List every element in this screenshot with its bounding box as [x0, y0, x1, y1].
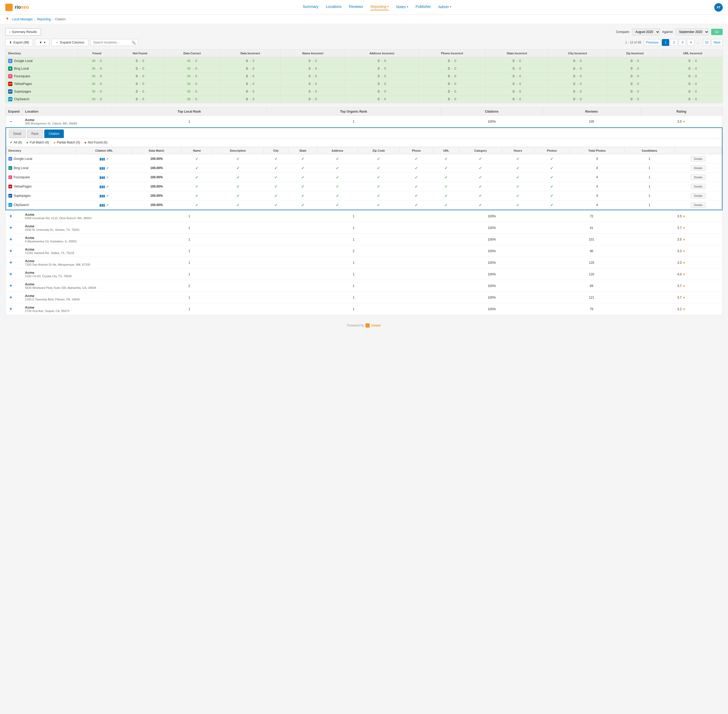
cit-addr-cell: ✔	[317, 154, 358, 164]
export-button[interactable]: ⬇ Export (98)	[5, 39, 33, 46]
expand-button[interactable]: +	[8, 237, 13, 242]
page-10-button[interactable]: 10	[703, 39, 710, 46]
avatar[interactable]: AT	[714, 3, 723, 12]
zip-inc-cell: 0→0	[607, 65, 663, 72]
nav-publisher[interactable]: Publisher	[416, 4, 431, 10]
check-url-icon: ✔	[445, 166, 448, 170]
external-link-icon[interactable]: ↗	[106, 194, 109, 198]
nav-reporting[interactable]: Reporting ▾	[370, 4, 389, 10]
check-url-icon: ✔	[445, 175, 448, 179]
nav-locations[interactable]: Locations	[326, 4, 342, 10]
cit-dir-cell: G Google Local	[6, 154, 77, 164]
details-button[interactable]: Details	[691, 165, 706, 171]
tab-citation[interactable]: Citation	[44, 129, 64, 138]
bar-chart-icon[interactable]: ▮▮▮	[99, 203, 105, 207]
external-link-icon[interactable]: ↗	[106, 176, 109, 179]
details-button[interactable]: Details	[691, 184, 706, 189]
foursquare-icon: F	[9, 176, 12, 179]
name-inc-cell: 0→0	[280, 88, 345, 96]
th-not-found: Not Found	[116, 50, 164, 57]
expand-button[interactable]: +	[8, 213, 13, 219]
dir-name-cell: SP Superpages	[6, 88, 78, 96]
expand-columns-button[interactable]: ↔ Expand Columns	[51, 39, 88, 46]
nav-summary[interactable]: Summary	[303, 4, 319, 10]
zip-inc-cell: 0→0	[607, 80, 663, 88]
compare-from-select[interactable]: August 2020	[632, 28, 660, 35]
cit-photos-cell: ✔	[534, 154, 570, 164]
expand-button[interactable]: +	[8, 306, 13, 312]
page-1-button[interactable]: 1	[662, 39, 669, 46]
summary-row: SP Superpages 98→0 0→0 98→0 0→0 0→0 0→0 …	[6, 88, 723, 96]
dir-name-cell: CS CitySearch	[6, 96, 78, 103]
expand-button[interactable]: +	[8, 272, 13, 277]
details-button[interactable]: Details	[691, 156, 706, 161]
expand-button[interactable]: +	[8, 283, 13, 288]
nav-notes[interactable]: Notes ▾	[396, 4, 408, 10]
next-button[interactable]: Next	[712, 39, 723, 46]
details-button[interactable]: Details	[691, 175, 706, 180]
back-to-summary-button[interactable]: ‹ Summary Results	[5, 28, 41, 36]
bar-chart-icon[interactable]: ▮▮▮	[99, 194, 105, 198]
bar-chart-icon[interactable]: ▮▮▮	[99, 166, 105, 170]
tab-rank[interactable]: Rank	[27, 129, 43, 138]
page-3-button[interactable]: 3	[679, 39, 686, 46]
breadcrumb-local-manager[interactable]: Local Manager	[12, 17, 33, 21]
found-cell: 98→0	[78, 80, 116, 88]
cit-addr-cell: ✔	[317, 173, 358, 182]
th-url-incorrect: URL Incorrect	[663, 50, 723, 57]
cth-url: URL	[433, 147, 459, 154]
pagination-range: 1 - 10 of 98	[625, 40, 641, 44]
filter-button[interactable]: ▼ ▾	[35, 39, 49, 46]
expand-button[interactable]: +	[8, 295, 13, 300]
details-button[interactable]: Details	[691, 193, 706, 198]
cth-category: Category	[459, 147, 502, 154]
bar-chart-icon[interactable]: ▮▮▮	[99, 176, 105, 179]
collapse-button[interactable]: −	[8, 119, 13, 124]
nav-reviews[interactable]: Reviews	[349, 4, 363, 10]
bar-chart-icon[interactable]: ▮▮▮	[99, 184, 105, 189]
url-inc-cell: 0→0	[663, 65, 723, 72]
data-correct-cell: 98→0	[164, 72, 220, 80]
compare-to-select[interactable]: September 2020	[676, 28, 709, 35]
page-2-button[interactable]: 2	[670, 39, 678, 46]
filter-full-match[interactable]: ● Full Match (6)	[26, 140, 49, 144]
external-link-icon[interactable]: ↗	[106, 157, 109, 161]
expand-button[interactable]: +	[8, 225, 13, 231]
breadcrumb-reporting[interactable]: Reporting	[37, 17, 51, 21]
check-state-icon: ✔	[301, 175, 304, 179]
cth-zip: Zip Code	[358, 147, 400, 154]
nav-admin[interactable]: Admin ▾	[438, 4, 451, 10]
state-inc-cell: 0→0	[485, 57, 548, 65]
cit-desc-cell: ✔	[213, 154, 264, 164]
table-row: + Acme 7200 San Antonio Dr Ne, Albuquerq…	[6, 257, 723, 268]
external-link-icon[interactable]: ↗	[106, 203, 109, 207]
filter-not-found[interactable]: ● Not Found (0)	[84, 140, 108, 144]
prev-button[interactable]: Previous	[644, 39, 661, 46]
top-local-cell: 1	[112, 222, 267, 234]
citations-cell: 100%	[440, 116, 543, 128]
expand-button[interactable]: +	[8, 260, 13, 266]
star-icon: ★	[683, 249, 686, 253]
tab-detail[interactable]: Detail	[9, 129, 26, 138]
location-cell: Acme 6 Meadowview Ctr, Kankakee, IL, 609…	[22, 234, 112, 245]
details-button[interactable]: Details	[691, 202, 706, 208]
location-address: 2640 W. University Dr., Denton, TX, 7620…	[25, 228, 109, 231]
filter-partial-match[interactable]: ● Partial Match (0)	[53, 140, 80, 144]
search-input[interactable]	[90, 39, 138, 46]
bar-chart-icon[interactable]: ▮▮▮	[99, 157, 105, 161]
expand-button[interactable]: +	[8, 248, 13, 254]
cit-addr-cell: ✔	[317, 201, 358, 210]
external-link-icon[interactable]: ↗	[106, 166, 109, 170]
logo[interactable]: rioseo	[5, 4, 29, 11]
page-4-button[interactable]: 4	[687, 39, 695, 46]
go-button[interactable]: Go	[711, 29, 723, 35]
external-link-icon[interactable]: ↗	[106, 185, 109, 189]
check-city-icon: ✔	[274, 184, 278, 189]
red-dot-icon: ●	[84, 140, 87, 144]
name-inc-cell: 0→0	[280, 65, 345, 72]
filter-all[interactable]: ✓ All (6)	[10, 141, 22, 144]
yp-icon: YP	[8, 82, 12, 86]
cit-name-cell: ✔	[181, 164, 212, 173]
dir-label: Superpages	[14, 90, 31, 93]
citation-tabs: Detail Rank Citation	[6, 128, 722, 138]
